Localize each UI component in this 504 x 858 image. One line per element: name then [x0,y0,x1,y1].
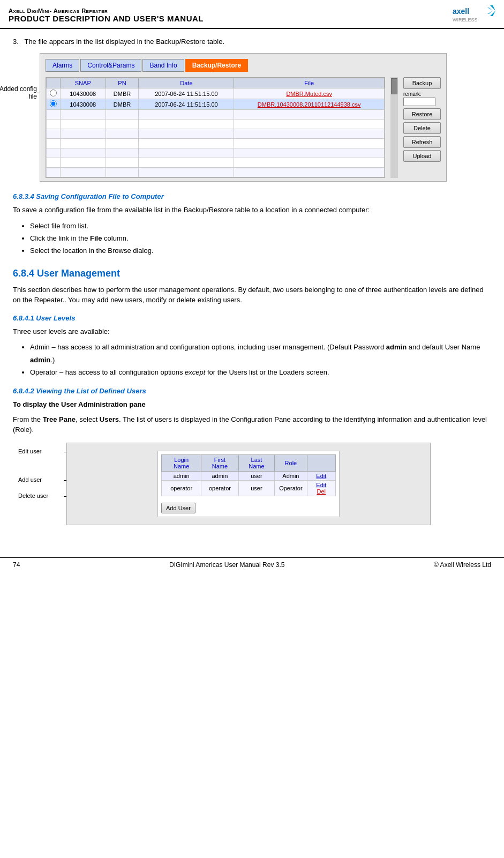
edit-operator-link[interactable]: Edit [316,482,326,488]
pn-cell [106,120,139,129]
last-admin: user [238,471,275,480]
file-cell [234,120,385,129]
section-684-heading: 6.8.4 User Management [13,268,491,279]
backup-table: SNAP PN Date File 10430008 DMBR 2007-06-… [46,78,385,177]
radio-cell[interactable] [47,168,61,177]
pn-cell: DMBR [106,99,139,110]
backup-button[interactable]: Backup [403,77,441,89]
file-cell[interactable]: DMBR.Muted.csv [234,88,385,99]
pn-cell: DMBR [106,88,139,99]
section-6834-intro: To save a configuration file from the av… [13,205,491,215]
list-item: Select the location in the Browse dialog… [30,244,491,257]
section-6841-bullets: Admin – has access to all administration… [30,341,491,378]
role-admin: Admin [275,471,307,480]
annotation-config-file: Added config file [0,85,37,100]
col-first-name: First Name [201,454,238,471]
tabs-bar: Alarms Control&Params Band Info Backup/R… [46,59,441,72]
table-row [47,139,385,148]
date-cell [139,139,234,148]
snap-cell: 10430008 [61,99,106,110]
date-cell [139,168,234,177]
radio-cell[interactable] [47,120,61,129]
last-operator: user [238,480,275,496]
table-row: 10430008 DMBR 2007-06-24 11:51:15.00 DMB… [47,88,385,99]
users-screenshot: Login Name First Name Last Name Role adm… [66,443,431,525]
annotation-delete-user: Delete user [18,493,48,499]
tab-control-params[interactable]: Control&Params [80,59,141,72]
table-row [47,129,385,139]
snap-cell [61,110,106,120]
main-content: 3. The file appears in the list displaye… [0,29,504,544]
header-title-small: Axell DigiMini- Americas Repeater [9,8,204,14]
date-cell [139,110,234,120]
radio-cell[interactable] [47,139,61,148]
role-operator: Operator [275,480,307,496]
radio-cell[interactable] [47,88,61,99]
snap-cell [61,129,106,139]
snap-cell [61,158,106,168]
pn-cell [106,158,139,168]
tab-band-info[interactable]: Band Info [142,59,184,72]
delete-button[interactable]: Delete [403,122,441,134]
col-radio [47,78,61,88]
table-area: SNAP PN Date File 10430008 DMBR 2007-06-… [46,77,441,178]
snap-cell: 10430008 [61,88,106,99]
file-cell [234,139,385,148]
svg-text:axell: axell [453,7,469,16]
restore-button[interactable]: Restore [403,108,441,120]
first-admin: admin [201,471,238,480]
actions-admin: Edit [307,471,335,480]
display-text: From the Tree Pane, select Users. The li… [13,414,491,435]
actions-operator: Edit Del [307,480,335,496]
scrollbar[interactable] [390,77,398,178]
file-cell[interactable]: DMBR.10430008.20110112144938.csv [234,99,385,110]
header-title-large: PRODUCT DESCRIPTION AND USER'S MANUAL [9,14,204,23]
radio-cell[interactable] [47,99,61,110]
radio-cell[interactable] [47,158,61,168]
pn-cell [106,110,139,120]
tab-alarms[interactable]: Alarms [46,59,79,72]
user-row-operator: operator operator user Operator Edit Del [162,480,336,496]
upload-button[interactable]: Upload [403,150,441,162]
radio-cell[interactable] [47,148,61,158]
table-row [47,148,385,158]
pn-cell [106,129,139,139]
edit-admin-link[interactable]: Edit [316,473,326,479]
table-row [47,110,385,120]
col-snap: SNAP [61,78,106,88]
section-6841-intro: Three user levels are available: [13,326,491,337]
table-container: SNAP PN Date File 10430008 DMBR 2007-06-… [46,77,385,178]
col-last-name: Last Name [238,454,275,471]
remark-input[interactable] [403,98,435,106]
users-table: Login Name First Name Last Name Role adm… [161,454,336,496]
tab-backup-restore[interactable]: Backup/Restore [185,59,248,72]
scroll-thumb[interactable] [391,78,397,94]
table-row [47,158,385,168]
col-actions [307,454,335,471]
footer-page-number: 74 [13,561,20,569]
table-row [47,120,385,129]
date-cell [139,129,234,139]
file-cell [234,158,385,168]
date-cell [139,148,234,158]
snap-cell [61,148,106,158]
snap-cell [61,168,106,177]
col-date: Date [139,78,234,88]
page-footer: 74 DIGImini Americas User Manual Rev 3.5… [0,557,504,572]
add-user-button[interactable]: Add User [161,503,195,513]
refresh-button[interactable]: Refresh [403,136,441,148]
file-cell [234,148,385,158]
user-row-admin: admin admin user Admin Edit [162,471,336,480]
display-heading: To display the User Administration pane [13,399,491,410]
list-item: Select file from list. [30,220,491,232]
section-6834-heading: 6.8.3.4 Saving Configuration File to Com… [13,192,491,200]
col-file: File [234,78,385,88]
del-operator-link[interactable]: Del [317,488,326,495]
snap-cell [61,139,106,148]
login-admin: admin [162,471,201,480]
step-3-text: 3. The file appears in the list displaye… [13,38,491,46]
users-table-wrap: Login Name First Name Last Name Role adm… [157,451,340,517]
radio-cell[interactable] [47,110,61,120]
radio-cell[interactable] [47,129,61,139]
backup-restore-screenshot: Alarms Control&Params Band Info Backup/R… [40,53,447,182]
